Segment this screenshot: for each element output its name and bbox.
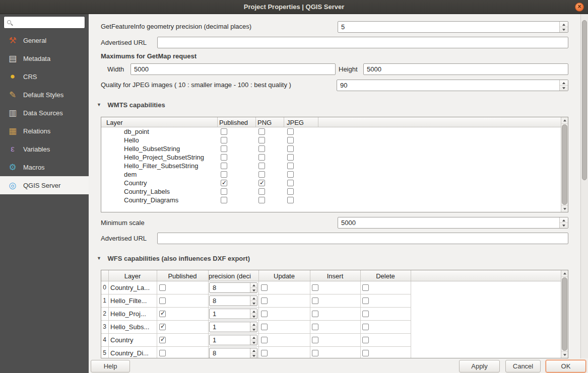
precision-spinbox[interactable]: 8 (209, 282, 257, 293)
delete-checkbox[interactable] (362, 311, 369, 317)
png-checkbox[interactable] (258, 154, 265, 161)
delete-checkbox[interactable] (362, 337, 369, 343)
jpeg-checkbox[interactable] (287, 180, 294, 186)
published-checkbox[interactable] (159, 284, 166, 291)
published-checkbox[interactable] (159, 350, 166, 356)
height-input[interactable]: 5000 (363, 63, 568, 75)
table-row[interactable]: dem (101, 170, 568, 179)
png-checkbox[interactable] (258, 128, 265, 135)
jpeg-checkbox[interactable] (287, 154, 294, 161)
minimum-scale-spinbox[interactable]: 5000 (338, 217, 568, 229)
spinner-buttons-icon[interactable] (250, 296, 257, 306)
cancel-button[interactable]: Cancel (505, 360, 541, 372)
precision-spinbox[interactable]: 1 (209, 309, 257, 319)
spinner-buttons-icon[interactable] (559, 217, 568, 228)
published-checkbox[interactable] (221, 171, 227, 178)
precision-spinbox[interactable]: 1 (209, 322, 257, 332)
scrollbar-thumb[interactable] (562, 124, 567, 205)
update-checkbox[interactable] (261, 284, 268, 291)
update-checkbox[interactable] (261, 311, 268, 317)
getfeatureinfo-spinbox[interactable]: 5 (338, 21, 568, 33)
published-checkbox[interactable] (159, 337, 166, 343)
insert-checkbox[interactable] (312, 324, 318, 330)
delete-checkbox[interactable] (362, 284, 369, 291)
png-checkbox[interactable] (258, 188, 265, 195)
published-checkbox[interactable] (221, 163, 227, 169)
ok-button[interactable]: OK (546, 360, 586, 372)
sidebar-item-data-sources[interactable]: ▥ Data Sources (0, 104, 89, 122)
table-row[interactable]: Hello_SubsetString (101, 144, 568, 153)
update-checkbox[interactable] (261, 324, 268, 330)
spinner-buttons-icon[interactable] (559, 80, 568, 91)
sidebar-item-general[interactable]: ⚒ General (0, 31, 89, 49)
table-row[interactable]: 2 Hello_Proj... 1 (101, 308, 568, 321)
apply-button[interactable]: Apply (459, 360, 500, 372)
main-scrollbar[interactable] (580, 14, 588, 358)
published-checkbox[interactable] (221, 180, 227, 186)
table-row[interactable]: db_point (101, 127, 568, 136)
delete-checkbox[interactable] (362, 350, 369, 356)
png-checkbox[interactable] (258, 145, 265, 152)
update-checkbox[interactable] (261, 350, 268, 356)
sidebar-item-metadata[interactable]: ▤ Metadata (0, 49, 89, 67)
collapse-triangle-icon[interactable]: ▼ (97, 102, 101, 107)
jpeg-checkbox[interactable] (287, 197, 294, 203)
table-row[interactable]: Country_Diagrams (101, 196, 568, 204)
table-row[interactable]: Country (101, 179, 568, 187)
search-input[interactable] (15, 18, 83, 27)
precision-spinbox[interactable]: 1 (209, 335, 257, 345)
jpeg-checkbox[interactable] (287, 163, 294, 169)
insert-checkbox[interactable] (312, 337, 318, 343)
published-checkbox[interactable] (159, 324, 166, 330)
spinner-buttons-icon[interactable] (250, 335, 257, 345)
scroll-down-icon[interactable] (561, 351, 568, 358)
insert-checkbox[interactable] (312, 350, 318, 356)
sidebar-item-relations[interactable]: ▦ Relations (0, 122, 89, 140)
sidebar-item-crs[interactable]: ● CRS (0, 67, 89, 86)
table-row[interactable]: 0 Country_La... 8 (101, 281, 568, 294)
jpeg-quality-spinbox[interactable]: 90 (337, 80, 568, 91)
sidebar-search-box[interactable] (4, 16, 85, 29)
sidebar-item-qgis-server[interactable]: ◎ QGIS Server (0, 176, 89, 194)
collapse-triangle-icon[interactable]: ▼ (97, 256, 101, 261)
scrollbar-thumb[interactable] (582, 20, 587, 180)
scrollbar-thumb[interactable] (562, 277, 567, 351)
spinner-buttons-icon[interactable] (250, 348, 257, 358)
published-checkbox[interactable] (221, 188, 227, 195)
png-checkbox[interactable] (258, 163, 265, 169)
wfs-section-header[interactable]: ▼ WFS capabilities (also influences DXF … (97, 255, 250, 262)
update-checkbox[interactable] (261, 297, 268, 304)
published-checkbox[interactable] (221, 145, 227, 152)
spinner-buttons-icon[interactable] (250, 322, 257, 332)
jpeg-checkbox[interactable] (287, 171, 294, 178)
delete-checkbox[interactable] (362, 324, 369, 330)
sidebar-item-variables[interactable]: ε Variables (0, 140, 89, 158)
published-checkbox[interactable] (221, 154, 227, 161)
table-row[interactable]: Country_Labels (101, 187, 568, 196)
help-button[interactable]: Help (91, 360, 130, 372)
table-row[interactable]: 5 Country_Di... 8 (101, 347, 568, 358)
delete-checkbox[interactable] (362, 297, 369, 304)
wmts-table-scrollbar[interactable] (561, 117, 568, 212)
jpeg-checkbox[interactable] (287, 137, 294, 143)
published-checkbox[interactable] (221, 128, 227, 135)
insert-checkbox[interactable] (312, 297, 318, 304)
width-input[interactable]: 5000 (130, 63, 336, 75)
scroll-down-icon[interactable] (561, 205, 568, 212)
sidebar-item-macros[interactable]: ⚙ Macros (0, 158, 89, 176)
scroll-up-icon[interactable] (561, 270, 568, 277)
jpeg-checkbox[interactable] (287, 145, 294, 152)
spinner-buttons-icon[interactable] (250, 283, 257, 292)
table-row[interactable]: 3 Hello_Subs... 1 (101, 321, 568, 334)
sidebar-item-default-styles[interactable]: ✎ Default Styles (0, 86, 89, 104)
published-checkbox[interactable] (159, 311, 166, 317)
wfs-table-scrollbar[interactable] (561, 270, 568, 358)
table-row[interactable]: Hello_Project_SubsetString (101, 153, 568, 162)
published-checkbox[interactable] (159, 297, 166, 304)
published-checkbox[interactable] (221, 137, 227, 143)
update-checkbox[interactable] (261, 337, 268, 343)
advertised-url-input[interactable] (157, 37, 568, 48)
png-checkbox[interactable] (258, 137, 265, 143)
jpeg-checkbox[interactable] (287, 128, 294, 135)
table-row[interactable]: Hello_Filter_SubsetString (101, 162, 568, 170)
